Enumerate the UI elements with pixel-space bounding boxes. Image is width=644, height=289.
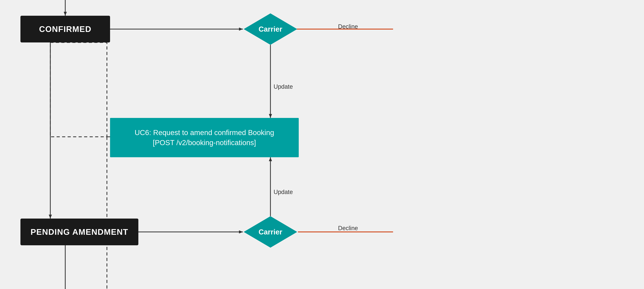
- diagram-svg: [0, 0, 644, 289]
- confirmed-state: CONFIRMED: [20, 16, 110, 42]
- diagram-container: CONFIRMED PENDING AMENDMENT Carrier Carr…: [0, 0, 644, 289]
- carrier-top-label: Carrier: [259, 25, 282, 33]
- svg-marker-8: [269, 157, 272, 161]
- svg-marker-6: [269, 114, 272, 118]
- svg-marker-13: [49, 215, 52, 218]
- carrier-diamond-top: Carrier: [244, 13, 297, 45]
- confirmed-label: CONFIRMED: [39, 24, 92, 34]
- decline-label-bottom: Decline: [338, 225, 358, 232]
- carrier-diamond-top-shape: Carrier: [244, 13, 297, 45]
- update-label-bottom: Update: [274, 189, 293, 196]
- carrier-diamond-bottom-shape: Carrier: [244, 216, 297, 248]
- uc6-line1: UC6: Request to amend confirmed Booking: [134, 128, 274, 138]
- carrier-bottom-label: Carrier: [259, 228, 282, 236]
- svg-marker-3: [239, 28, 243, 31]
- pending-amendment-state: PENDING AMENDMENT: [20, 218, 138, 245]
- uc6-box-text: UC6: Request to amend confirmed Booking …: [134, 128, 274, 148]
- decline-label-top: Decline: [338, 23, 358, 30]
- update-label-top: Update: [274, 83, 293, 90]
- svg-rect-14: [50, 42, 107, 137]
- carrier-diamond-bottom: Carrier: [244, 216, 297, 248]
- svg-marker-1: [64, 12, 67, 16]
- pending-amendment-label: PENDING AMENDMENT: [30, 227, 128, 237]
- uc6-box: UC6: Request to amend confirmed Booking …: [110, 118, 299, 157]
- uc6-line2: [POST /v2/booking-notifications]: [134, 138, 274, 148]
- svg-marker-10: [239, 230, 243, 234]
